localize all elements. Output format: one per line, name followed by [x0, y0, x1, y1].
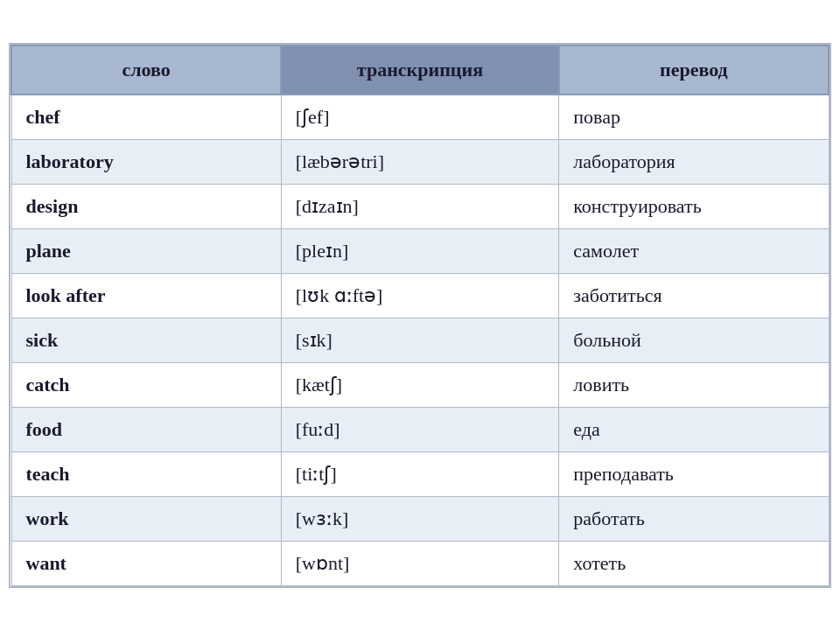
cell-word: catch — [11, 362, 281, 407]
header-translation: перевод — [559, 46, 829, 94]
cell-word: laboratory — [11, 139, 281, 184]
cell-translation: заботиться — [559, 273, 829, 318]
cell-translation: самолет — [559, 228, 829, 273]
cell-translation: ловить — [559, 362, 829, 407]
cell-transcription: [wɜːk] — [281, 496, 559, 541]
cell-word: design — [11, 184, 281, 228]
table-row: food[fuːd]еда — [11, 407, 829, 452]
cell-transcription: [wɒnt] — [281, 541, 559, 585]
table-row: want[wɒnt]хотеть — [11, 541, 829, 585]
table-row: laboratory[læbərətri]лаборатория — [11, 139, 829, 184]
cell-word: plane — [11, 228, 281, 273]
table-row: plane[pleɪn]самолет — [11, 228, 829, 273]
cell-transcription: [tiːtʃ] — [281, 452, 559, 496]
table-row: look after[lʊk ɑːftə]заботиться — [11, 273, 829, 318]
cell-transcription: [fuːd] — [281, 407, 559, 452]
header-word: слово — [11, 46, 281, 94]
table-header-row: слово транскрипция перевод — [11, 46, 829, 94]
table-row: design[dɪzaɪn]конструировать — [11, 184, 829, 228]
table-row: teach[tiːtʃ]преподавать — [11, 452, 829, 496]
cell-translation: еда — [559, 407, 829, 452]
cell-transcription: [dɪzaɪn] — [281, 184, 559, 228]
cell-transcription: [lʊk ɑːftə] — [281, 273, 559, 318]
cell-translation: больной — [559, 318, 829, 362]
cell-translation: работать — [559, 496, 829, 541]
cell-translation: преподавать — [559, 452, 829, 496]
cell-translation: повар — [559, 94, 829, 140]
cell-word: work — [11, 496, 281, 541]
cell-translation: лаборатория — [559, 139, 829, 184]
cell-translation: хотеть — [559, 541, 829, 585]
cell-translation: конструировать — [559, 184, 829, 228]
cell-transcription: [ʃef] — [281, 94, 559, 140]
table-row: work[wɜːk]работать — [11, 496, 829, 541]
cell-word: want — [11, 541, 281, 585]
cell-word: food — [11, 407, 281, 452]
cell-word: chef — [11, 94, 281, 140]
cell-word: look after — [11, 273, 281, 318]
cell-transcription: [læbərətri] — [281, 139, 559, 184]
cell-word: teach — [11, 452, 281, 496]
cell-transcription: [kætʃ] — [281, 362, 559, 407]
cell-word: sick — [11, 318, 281, 362]
vocabulary-table: слово транскрипция перевод chef[ʃef]пова… — [9, 43, 831, 588]
table-row: chef[ʃef]повар — [11, 94, 829, 140]
cell-transcription: [sɪk] — [281, 318, 559, 362]
cell-transcription: [pleɪn] — [281, 228, 559, 273]
header-transcription: транскрипция — [281, 46, 559, 94]
table-row: catch[kætʃ]ловить — [11, 362, 829, 407]
table-row: sick[sɪk]больной — [11, 318, 829, 362]
